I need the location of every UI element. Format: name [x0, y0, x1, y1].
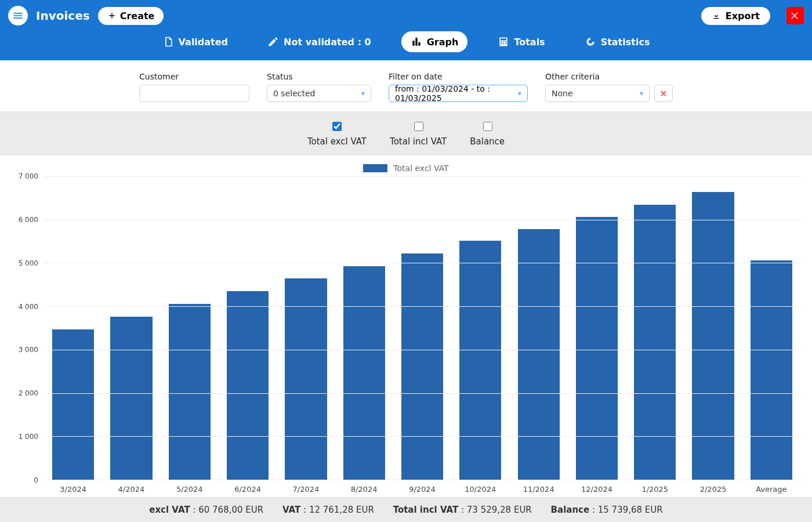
- chart-gridline: [44, 176, 800, 177]
- footer-vat: VAT : 12 761,28 EUR: [282, 505, 374, 515]
- footer-incl-vat-label: Total incl VAT: [393, 505, 459, 515]
- toggle-total-excl-vat[interactable]: Total excl VAT: [307, 120, 367, 147]
- create-button[interactable]: Create: [98, 7, 164, 25]
- toggle-balance-checkbox[interactable]: [483, 122, 492, 131]
- other-criteria-select[interactable]: None ▾: [545, 85, 650, 102]
- filter-customer-label: Customer: [139, 72, 249, 81]
- tab-graph-label: Graph: [427, 37, 459, 48]
- footer-balance-value: 15 739,68 EUR: [598, 505, 663, 515]
- tab-statistics[interactable]: Statistics: [575, 31, 659, 52]
- toggle-total-incl-vat-label: Total incl VAT: [390, 136, 447, 147]
- toggle-total-incl-vat[interactable]: Total incl VAT: [390, 120, 447, 147]
- toggle-total-excl-vat-checkbox[interactable]: [332, 122, 342, 131]
- tab-totals[interactable]: Totals: [488, 31, 554, 52]
- legend-swatch-series1: [363, 164, 387, 172]
- date-range-select[interactable]: from : 01/03/2024 - to : 01/03/2025 ▾: [389, 85, 528, 102]
- filter-bar: Customer Status 0 selected ▾ Filter on d…: [0, 60, 812, 111]
- chevron-down-icon: ▾: [518, 89, 521, 97]
- chevron-down-icon: ▾: [361, 89, 365, 97]
- y-tick-label: 1 000: [19, 433, 38, 441]
- footer-incl-vat: Total incl VAT : 73 529,28 EUR: [393, 505, 532, 515]
- chart-bar-slot: [44, 176, 102, 480]
- pencil-icon: [267, 36, 279, 48]
- x-tick-label: 8/2024: [335, 480, 393, 494]
- toggle-total-incl-vat-checkbox[interactable]: [414, 122, 423, 131]
- chart-gridline: [44, 263, 800, 263]
- document-icon: [162, 36, 174, 48]
- tab-totals-label: Totals: [514, 37, 545, 48]
- footer-vat-value: 12 761,28 EUR: [309, 505, 374, 515]
- x-tick-label: 9/2024: [393, 480, 451, 494]
- chart-bar[interactable]: [751, 260, 792, 480]
- x-tick-label: 6/2024: [219, 480, 277, 494]
- chart-gridline: [44, 220, 800, 220]
- tab-bar: Validated Not validated : 0 Graph Totals…: [0, 31, 812, 60]
- chart-bar[interactable]: [110, 317, 152, 480]
- tab-statistics-label: Statistics: [601, 37, 650, 48]
- filter-status: Status 0 selected ▾: [267, 72, 371, 102]
- filter-customer: Customer: [139, 72, 249, 102]
- status-select[interactable]: 0 selected ▾: [267, 85, 371, 102]
- footer-excl-vat-value: 60 768,00 EUR: [198, 505, 263, 515]
- y-tick-label: 5 000: [19, 259, 38, 267]
- tab-validated-label: Validated: [179, 37, 228, 48]
- chevron-down-icon: ▾: [640, 89, 643, 97]
- chart-gridline: [44, 350, 800, 350]
- calculator-icon: [498, 36, 509, 48]
- chart-bar[interactable]: [634, 205, 676, 480]
- export-button[interactable]: Export: [701, 7, 770, 25]
- tab-graph[interactable]: Graph: [401, 31, 468, 52]
- chart-bar[interactable]: [343, 266, 385, 480]
- y-tick-label: 7 000: [19, 172, 38, 180]
- hamburger-icon: [12, 10, 24, 21]
- y-tick-label: 6 000: [19, 216, 38, 224]
- other-criteria-value: None: [552, 89, 573, 98]
- y-tick-label: 4 000: [19, 303, 38, 311]
- clear-other-criteria-button[interactable]: ✕: [654, 85, 673, 102]
- status-select-value: 0 selected: [273, 89, 315, 98]
- x-tick-label: 12/2024: [568, 480, 626, 494]
- footer-balance: Balance : 15 739,68 EUR: [551, 505, 663, 515]
- close-button[interactable]: [786, 7, 804, 24]
- chart-bar[interactable]: [227, 291, 269, 480]
- chart-bar[interactable]: [459, 241, 501, 480]
- create-button-label: Create: [120, 10, 155, 21]
- chart-bar[interactable]: [52, 329, 94, 480]
- footer-excl-vat: excl VAT : 60 768,00 EUR: [149, 505, 263, 515]
- download-icon: [712, 11, 721, 20]
- tab-not-validated[interactable]: Not validated : 0: [258, 31, 380, 52]
- footer-excl-vat-label: excl VAT: [149, 505, 190, 515]
- chart-bar[interactable]: [169, 304, 211, 480]
- header-top-row: Invoices Create Export: [0, 0, 812, 31]
- footer-balance-label: Balance: [551, 505, 590, 515]
- chart-bar-slot: [277, 176, 335, 480]
- chart-bar-slot: [568, 176, 626, 480]
- footer-vat-label: VAT: [282, 505, 300, 515]
- chart-bar[interactable]: [285, 278, 327, 480]
- chart-gridline: [44, 480, 800, 480]
- toggle-balance[interactable]: Balance: [470, 120, 505, 147]
- filter-other-label: Other criteria: [545, 72, 650, 81]
- chart-bar-slot: [219, 176, 277, 480]
- customer-input[interactable]: [139, 85, 249, 102]
- chart-panel: Total excl VAT 01 0002 0003 0004 0005 00…: [0, 155, 812, 497]
- tab-validated[interactable]: Validated: [153, 31, 237, 52]
- menu-button[interactable]: [8, 6, 28, 26]
- legend-series1-label: Total excl VAT: [393, 164, 448, 173]
- chart-bar[interactable]: [401, 253, 443, 480]
- chart-bar-slot: [451, 176, 509, 480]
- chart-gridline: [44, 393, 800, 394]
- chart-bars: [44, 176, 800, 480]
- y-tick-label: 2 000: [19, 389, 38, 397]
- toggle-total-excl-vat-label: Total excl VAT: [307, 136, 367, 147]
- y-tick-label: 3 000: [19, 346, 38, 354]
- chart-bar-slot: [161, 176, 219, 480]
- series-toggle-panel: Total excl VAT Total incl VAT Balance: [0, 111, 812, 155]
- bar-chart-icon: [411, 36, 422, 48]
- chart-bar[interactable]: [576, 217, 618, 480]
- chart: 01 0002 0003 0004 0005 0006 0007 000: [12, 176, 800, 480]
- chart-bar-slot: [393, 176, 451, 480]
- x-tick-label: 2/2025: [684, 480, 742, 494]
- chart-bar[interactable]: [518, 229, 560, 480]
- x-tick-label: 11/2024: [510, 480, 568, 494]
